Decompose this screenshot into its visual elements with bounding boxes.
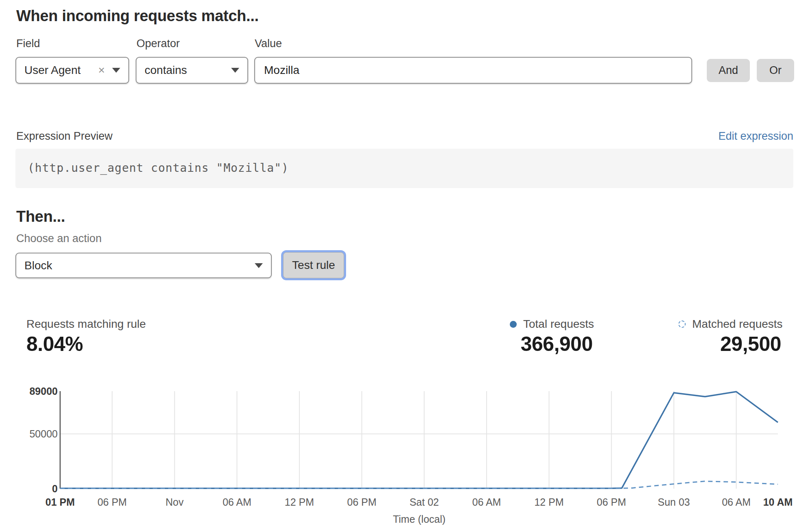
x-tick-label: Sat 02 — [409, 496, 439, 508]
value-label: Value — [255, 37, 282, 50]
x-tick-label: 06 PM — [97, 496, 127, 508]
expression-preview-label: Expression Preview — [16, 130, 113, 143]
field-label: Field — [16, 37, 40, 50]
legend-total-requests: Total requests — [510, 318, 594, 331]
value-input[interactable] — [254, 57, 692, 84]
operator-select-value: contains — [145, 64, 225, 77]
legend-matched-requests: Matched requests — [678, 318, 783, 331]
test-rule-button[interactable]: Test rule — [283, 252, 344, 278]
total-requests-dot-icon — [510, 321, 517, 328]
chevron-down-icon — [231, 68, 239, 73]
requests-matching-value: 8.04% — [26, 332, 83, 356]
operator-select[interactable]: contains — [136, 57, 248, 84]
expression-code: (http.user_agent contains "Mozilla") — [15, 149, 793, 175]
edit-expression-link[interactable]: Edit expression — [718, 130, 793, 143]
x-tick-label: 01 PM — [45, 496, 75, 508]
and-button[interactable]: And — [707, 59, 750, 82]
requests-matching-label: Requests matching rule — [26, 318, 146, 331]
operator-label: Operator — [136, 37, 180, 50]
x-tick-label: 12 PM — [285, 496, 314, 508]
x-tick-label: 06 PM — [347, 496, 377, 508]
chevron-down-icon — [255, 263, 263, 268]
y-tick-label: 0 — [0, 483, 58, 495]
x-tick-label: Sun 03 — [658, 496, 690, 508]
or-button[interactable]: Or — [757, 59, 794, 82]
firewall-rule-builder-page: { "form": { "heading": "When incoming re… — [0, 0, 812, 526]
x-tick-label: 06 AM — [722, 496, 751, 508]
total-requests-value: 366,900 — [471, 332, 593, 356]
choose-action-label: Choose an action — [16, 232, 102, 245]
x-tick-label: 12 PM — [534, 496, 563, 508]
clear-field-icon[interactable]: × — [98, 65, 105, 76]
x-tick-label: 10 AM — [763, 496, 793, 508]
action-select[interactable]: Block — [15, 253, 272, 278]
field-select-value: User Agent — [24, 64, 94, 77]
total-requests-label: Total requests — [523, 318, 594, 331]
y-tick-label: 50000 — [0, 428, 58, 440]
matched-requests-value: 29,500 — [659, 332, 781, 356]
x-tick-label: Nov — [165, 496, 183, 508]
x-axis-title: Time (local) — [393, 513, 446, 525]
x-tick-label: 06 PM — [597, 496, 626, 508]
matched-requests-label: Matched requests — [692, 318, 783, 331]
y-tick-label: 89000 — [0, 385, 58, 397]
match-heading: When incoming requests match... — [16, 7, 259, 25]
action-select-value: Block — [24, 259, 249, 272]
field-select[interactable]: User Agent × — [15, 57, 129, 84]
matched-requests-dashed-circle-icon — [678, 320, 686, 328]
expression-preview-box: (http.user_agent contains "Mozilla") — [15, 149, 793, 188]
x-tick-label: 06 AM — [223, 496, 251, 508]
then-heading: Then... — [16, 208, 65, 225]
x-tick-label: 06 AM — [472, 496, 501, 508]
chevron-down-icon — [112, 68, 120, 73]
